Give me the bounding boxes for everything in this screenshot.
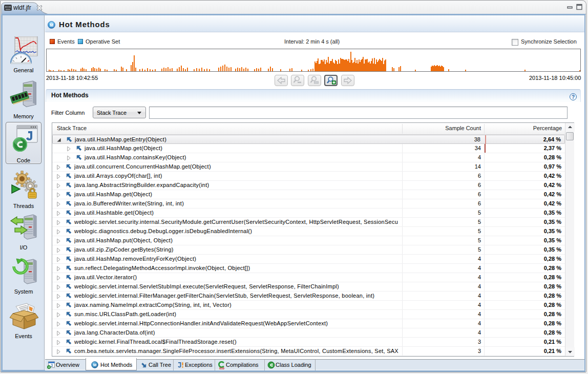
svg-text:M: M bbox=[93, 363, 97, 367]
svg-text:010: 010 bbox=[219, 367, 225, 370]
svg-text:M: M bbox=[50, 23, 53, 28]
